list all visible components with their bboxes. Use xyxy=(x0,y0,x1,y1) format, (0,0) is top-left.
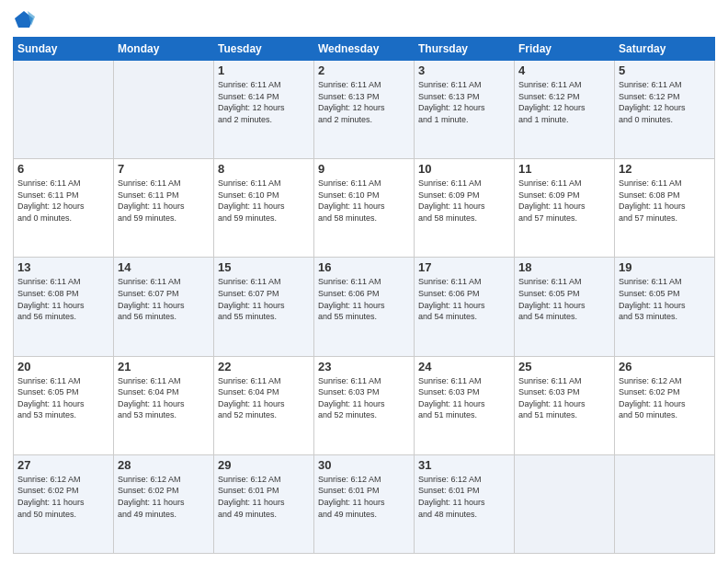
calendar-cell: 15Sunrise: 6:11 AM Sunset: 6:07 PM Dayli… xyxy=(214,258,314,356)
weekday-header-tuesday: Tuesday xyxy=(214,38,314,61)
day-number: 12 xyxy=(619,162,711,176)
weekday-header-row: SundayMondayTuesdayWednesdayThursdayFrid… xyxy=(14,38,715,61)
day-info: Sunrise: 6:11 AM Sunset: 6:05 PM Dayligh… xyxy=(619,276,711,322)
calendar-week-5: 27Sunrise: 6:12 AM Sunset: 6:02 PM Dayli… xyxy=(14,454,715,553)
calendar-cell: 27Sunrise: 6:12 AM Sunset: 6:02 PM Dayli… xyxy=(14,454,114,553)
day-number: 1 xyxy=(218,63,310,77)
day-number: 11 xyxy=(518,162,610,176)
day-number: 14 xyxy=(118,260,210,274)
calendar-cell: 16Sunrise: 6:11 AM Sunset: 6:06 PM Dayli… xyxy=(314,258,415,356)
calendar-week-1: 1Sunrise: 6:11 AM Sunset: 6:14 PM Daylig… xyxy=(14,61,715,159)
calendar-week-2: 6Sunrise: 6:11 AM Sunset: 6:11 PM Daylig… xyxy=(14,159,715,258)
day-info: Sunrise: 6:11 AM Sunset: 6:08 PM Dayligh… xyxy=(619,178,711,224)
day-info: Sunrise: 6:11 AM Sunset: 6:04 PM Dayligh… xyxy=(118,375,210,421)
day-info: Sunrise: 6:11 AM Sunset: 6:06 PM Dayligh… xyxy=(418,276,510,322)
logo xyxy=(13,9,35,29)
weekday-header-saturday: Saturday xyxy=(615,38,715,61)
day-number: 10 xyxy=(418,162,510,176)
calendar-cell: 8Sunrise: 6:11 AM Sunset: 6:10 PM Daylig… xyxy=(214,159,314,258)
calendar-cell: 25Sunrise: 6:11 AM Sunset: 6:03 PM Dayli… xyxy=(515,356,615,454)
calendar-cell xyxy=(114,61,214,159)
page: SundayMondayTuesdayWednesdayThursdayFrid… xyxy=(0,0,728,563)
day-number: 13 xyxy=(17,260,109,274)
day-info: Sunrise: 6:11 AM Sunset: 6:07 PM Dayligh… xyxy=(218,276,310,322)
day-number: 23 xyxy=(318,360,410,373)
calendar-cell: 29Sunrise: 6:12 AM Sunset: 6:01 PM Dayli… xyxy=(214,454,314,553)
calendar-cell: 5Sunrise: 6:11 AM Sunset: 6:12 PM Daylig… xyxy=(615,61,715,159)
day-number: 30 xyxy=(318,458,410,472)
day-number: 15 xyxy=(218,260,310,274)
day-info: Sunrise: 6:11 AM Sunset: 6:13 PM Dayligh… xyxy=(418,79,510,125)
day-number: 29 xyxy=(218,458,310,472)
day-info: Sunrise: 6:11 AM Sunset: 6:09 PM Dayligh… xyxy=(418,178,510,224)
calendar-cell: 17Sunrise: 6:11 AM Sunset: 6:06 PM Dayli… xyxy=(415,258,515,356)
calendar-cell xyxy=(515,454,615,553)
day-number: 17 xyxy=(418,260,510,274)
weekday-header-friday: Friday xyxy=(515,38,615,61)
day-info: Sunrise: 6:11 AM Sunset: 6:13 PM Dayligh… xyxy=(318,79,410,125)
day-number: 18 xyxy=(518,260,610,274)
day-info: Sunrise: 6:11 AM Sunset: 6:04 PM Dayligh… xyxy=(218,375,310,421)
logo-icon xyxy=(15,9,35,29)
day-number: 8 xyxy=(218,162,310,176)
day-number: 6 xyxy=(17,162,109,176)
calendar-cell: 11Sunrise: 6:11 AM Sunset: 6:09 PM Dayli… xyxy=(515,159,615,258)
weekday-header-wednesday: Wednesday xyxy=(314,38,415,61)
calendar-cell: 24Sunrise: 6:11 AM Sunset: 6:03 PM Dayli… xyxy=(415,356,515,454)
calendar-cell: 20Sunrise: 6:11 AM Sunset: 6:05 PM Dayli… xyxy=(14,356,114,454)
day-number: 7 xyxy=(118,162,210,176)
calendar-cell: 14Sunrise: 6:11 AM Sunset: 6:07 PM Dayli… xyxy=(114,258,214,356)
calendar-cell: 10Sunrise: 6:11 AM Sunset: 6:09 PM Dayli… xyxy=(415,159,515,258)
day-info: Sunrise: 6:11 AM Sunset: 6:05 PM Dayligh… xyxy=(17,375,109,421)
day-info: Sunrise: 6:11 AM Sunset: 6:07 PM Dayligh… xyxy=(118,276,210,322)
day-info: Sunrise: 6:11 AM Sunset: 6:10 PM Dayligh… xyxy=(218,178,310,224)
calendar-cell: 4Sunrise: 6:11 AM Sunset: 6:12 PM Daylig… xyxy=(515,61,615,159)
day-number: 22 xyxy=(218,360,310,373)
day-info: Sunrise: 6:11 AM Sunset: 6:10 PM Dayligh… xyxy=(318,178,410,224)
day-number: 4 xyxy=(518,63,610,77)
day-info: Sunrise: 6:11 AM Sunset: 6:03 PM Dayligh… xyxy=(318,375,410,421)
calendar-cell: 7Sunrise: 6:11 AM Sunset: 6:11 PM Daylig… xyxy=(114,159,214,258)
calendar: SundayMondayTuesdayWednesdayThursdayFrid… xyxy=(13,37,715,554)
day-number: 24 xyxy=(418,360,510,373)
day-info: Sunrise: 6:11 AM Sunset: 6:09 PM Dayligh… xyxy=(518,178,610,224)
calendar-cell: 28Sunrise: 6:12 AM Sunset: 6:02 PM Dayli… xyxy=(114,454,214,553)
day-info: Sunrise: 6:11 AM Sunset: 6:05 PM Dayligh… xyxy=(518,276,610,322)
day-number: 16 xyxy=(318,260,410,274)
calendar-cell: 31Sunrise: 6:12 AM Sunset: 6:01 PM Dayli… xyxy=(415,454,515,553)
calendar-week-3: 13Sunrise: 6:11 AM Sunset: 6:08 PM Dayli… xyxy=(14,258,715,356)
day-info: Sunrise: 6:11 AM Sunset: 6:08 PM Dayligh… xyxy=(17,276,109,322)
weekday-header-thursday: Thursday xyxy=(415,38,515,61)
calendar-cell: 13Sunrise: 6:11 AM Sunset: 6:08 PM Dayli… xyxy=(14,258,114,356)
calendar-cell xyxy=(14,61,114,159)
day-number: 27 xyxy=(17,458,109,472)
calendar-cell: 2Sunrise: 6:11 AM Sunset: 6:13 PM Daylig… xyxy=(314,61,415,159)
day-number: 20 xyxy=(17,360,109,373)
calendar-cell: 22Sunrise: 6:11 AM Sunset: 6:04 PM Dayli… xyxy=(214,356,314,454)
day-info: Sunrise: 6:11 AM Sunset: 6:12 PM Dayligh… xyxy=(518,79,610,125)
calendar-cell: 30Sunrise: 6:12 AM Sunset: 6:01 PM Dayli… xyxy=(314,454,415,553)
day-number: 21 xyxy=(118,360,210,373)
day-info: Sunrise: 6:12 AM Sunset: 6:02 PM Dayligh… xyxy=(619,375,711,421)
calendar-cell xyxy=(615,454,715,553)
day-info: Sunrise: 6:11 AM Sunset: 6:14 PM Dayligh… xyxy=(218,79,310,125)
day-info: Sunrise: 6:12 AM Sunset: 6:01 PM Dayligh… xyxy=(418,474,510,520)
day-number: 19 xyxy=(619,260,711,274)
calendar-cell: 12Sunrise: 6:11 AM Sunset: 6:08 PM Dayli… xyxy=(615,159,715,258)
calendar-cell: 26Sunrise: 6:12 AM Sunset: 6:02 PM Dayli… xyxy=(615,356,715,454)
calendar-week-4: 20Sunrise: 6:11 AM Sunset: 6:05 PM Dayli… xyxy=(14,356,715,454)
header xyxy=(13,9,715,29)
day-info: Sunrise: 6:11 AM Sunset: 6:03 PM Dayligh… xyxy=(418,375,510,421)
day-info: Sunrise: 6:11 AM Sunset: 6:11 PM Dayligh… xyxy=(17,178,109,224)
day-info: Sunrise: 6:11 AM Sunset: 6:06 PM Dayligh… xyxy=(318,276,410,322)
calendar-cell: 19Sunrise: 6:11 AM Sunset: 6:05 PM Dayli… xyxy=(615,258,715,356)
day-number: 25 xyxy=(518,360,610,373)
calendar-cell: 9Sunrise: 6:11 AM Sunset: 6:10 PM Daylig… xyxy=(314,159,415,258)
day-info: Sunrise: 6:12 AM Sunset: 6:02 PM Dayligh… xyxy=(17,474,109,520)
weekday-header-monday: Monday xyxy=(114,38,214,61)
day-number: 9 xyxy=(318,162,410,176)
day-info: Sunrise: 6:12 AM Sunset: 6:02 PM Dayligh… xyxy=(118,474,210,520)
day-number: 26 xyxy=(619,360,711,373)
calendar-cell: 6Sunrise: 6:11 AM Sunset: 6:11 PM Daylig… xyxy=(14,159,114,258)
day-info: Sunrise: 6:11 AM Sunset: 6:11 PM Dayligh… xyxy=(118,178,210,224)
